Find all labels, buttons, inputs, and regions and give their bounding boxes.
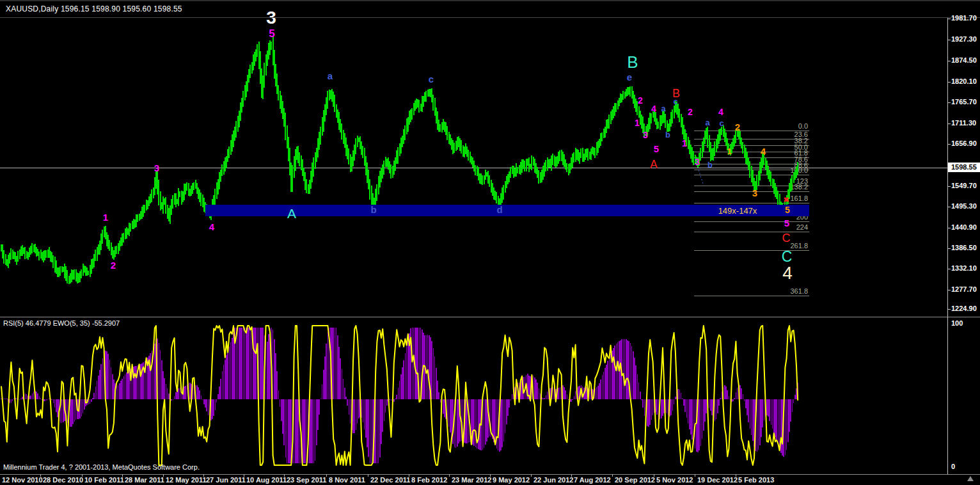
time-axis-label: 12 Nov 2010: [2, 476, 43, 484]
price-axis-tick: [947, 269, 951, 269]
price-axis-tick: [947, 102, 951, 103]
time-axis-tick: [163, 474, 164, 477]
time-axis-label: 27 Jun 2011: [206, 476, 246, 484]
price-axis-label: 1332.10: [951, 264, 979, 272]
price-axis-tick: [947, 248, 951, 249]
price-axis-label: 1765.70: [951, 98, 979, 106]
wave-label: a: [661, 104, 666, 113]
price-axis-label: 1440.90: [951, 223, 979, 231]
time-axis-tick: [203, 474, 204, 477]
wave-label: 3: [154, 163, 159, 173]
wave-label: c: [429, 74, 434, 84]
price-axis-label: 1711.30: [951, 119, 979, 127]
time-axis-tick: [571, 474, 572, 477]
time-axis-tick: [122, 474, 123, 477]
time-axis-label: 23 Sep 2011: [287, 476, 326, 484]
time-axis-label: 5 Nov 2012: [656, 476, 693, 484]
time-axis-tick: [612, 474, 613, 477]
price-axis-tick: [947, 144, 951, 145]
time-axis-tick: [409, 474, 409, 477]
copyright-text: Millennium Trader 4, ? 2001-2013, MetaQu…: [3, 463, 200, 471]
time-axis-label: 22 Dec 2011: [370, 476, 410, 484]
chart-canvas[interactable]: 0.023.638.250.061.878.688.6100.0123138.2…: [0, 0, 980, 485]
time-axis-label: 10 Aug 2011: [246, 476, 287, 484]
time-axis-tick: [695, 474, 695, 477]
wave-label: 1: [635, 118, 640, 128]
time-axis-tick: [326, 474, 327, 477]
price-axis-label: 1874.50: [951, 56, 979, 64]
wave-label: 5: [269, 28, 274, 40]
wave-label: e: [627, 72, 632, 83]
time-axis-label: 19 Dec 2012: [697, 476, 738, 484]
current-price-value: 1598.55: [951, 163, 977, 171]
price-axis-label: 1656.90: [951, 139, 979, 147]
time-axis-tick: [736, 474, 736, 477]
wave-label: 1: [727, 147, 731, 156]
time-axis-tick: [284, 474, 285, 477]
fib-level-label: 161.8: [790, 195, 808, 202]
wave-label: 1: [103, 212, 108, 223]
price-axis-tick: [947, 19, 951, 19]
fib-level-label: 138.2: [790, 183, 808, 191]
time-axis-tick: [40, 474, 41, 477]
price-axis-label: 1495.30: [951, 202, 979, 210]
wave-label: 1: [682, 138, 687, 148]
indicator-panel-separator[interactable]: [0, 317, 980, 317]
price-axis-label: 1549.70: [951, 182, 979, 189]
time-axis-tick: [82, 474, 83, 477]
time-axis-label: 23 Mar 2012: [452, 476, 491, 484]
time-axis-label: 8 Feb 2012: [411, 476, 447, 484]
time-axis-tick: [531, 474, 532, 477]
ewo-histogram: [1, 328, 798, 463]
wave-label: 2: [688, 107, 693, 117]
chart-end-arrow[interactable]: [967, 476, 974, 481]
wave-label: 3: [752, 187, 757, 198]
wave-label: 4: [209, 221, 215, 232]
time-axis-tick: [368, 474, 368, 477]
time-axis-label: 22 Jun 2012: [533, 476, 573, 484]
wave-label: 3: [695, 157, 700, 167]
price-axis-label: 1820.10: [951, 77, 979, 85]
wave-label: 2: [735, 122, 740, 132]
chart-titlebar: XAUUSD,Daily 1596.15 1598.90 1595.60 159…: [0, 1, 980, 17]
indicator-label: RSI(5) 46.4779 EWO(5, 35) -55.2907: [3, 319, 120, 327]
wave-label: A: [650, 158, 658, 171]
time-axis-label: 28 Mar 2011: [125, 476, 164, 484]
time-axis-tick: [654, 474, 654, 477]
time-axis-tick: [490, 474, 491, 477]
wave-label: 4: [761, 146, 766, 157]
wave-label: 5: [785, 205, 790, 215]
wave-label: 4: [718, 107, 723, 117]
price-axis-tick: [947, 40, 951, 40]
wave-label: 2: [111, 260, 116, 271]
time-axis-label: 10 Feb 2011: [84, 476, 124, 484]
mt4-chart-window: XAUUSD,Daily 1596.15 1598.90 1595.60 159…: [0, 0, 980, 485]
time-axis-tick: [244, 474, 244, 477]
wave-label: 4: [782, 263, 793, 283]
price-axis-tick: [947, 82, 951, 83]
time-axis-label: 9 May 2012: [493, 476, 530, 484]
price-axis-border: [947, 18, 948, 474]
time-axis-tick: [449, 474, 450, 477]
price-axis-label: 1224.90: [951, 305, 979, 312]
wave-label: A: [287, 206, 296, 221]
fib-level-label: 0.0: [798, 122, 808, 130]
wave-label: a: [705, 118, 710, 127]
wave-label: 2: [638, 95, 643, 106]
price-axis-tick: [947, 207, 951, 207]
wave-label: ✖: [783, 196, 789, 203]
candlesticks: [1, 36, 798, 284]
wave-label: b: [370, 204, 376, 215]
price-axis-label: 1981.70: [951, 14, 979, 22]
wave-label: 149x-147x: [718, 206, 757, 216]
time-axis-label: 20 Sep 2012: [615, 476, 655, 484]
wave-label: 5: [654, 143, 659, 154]
fib-level-label: 261.8: [790, 242, 808, 250]
fib-level-label: 361.8: [790, 287, 808, 295]
price-axis-tick: [947, 61, 951, 61]
time-axis-label: 28 Dec 2010: [43, 476, 83, 484]
price-axis-label: 1386.50: [951, 244, 979, 251]
wave-label: c: [673, 97, 677, 106]
price-axis-label: 1927.30: [951, 35, 979, 43]
indicator-scale-min: 0: [951, 463, 955, 470]
